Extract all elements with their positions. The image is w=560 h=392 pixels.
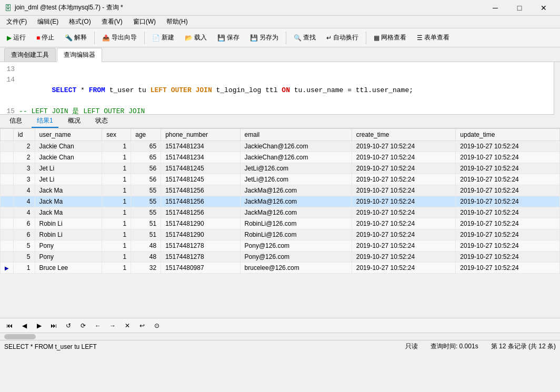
cell-sex: 1 xyxy=(102,196,131,207)
table-wrapper[interactable]: id user_name sex age phone_number email … xyxy=(0,128,560,318)
stop-button[interactable]: ■ 停止 xyxy=(32,31,59,44)
maximize-button[interactable]: □ xyxy=(507,0,532,16)
table-row[interactable]: 4Jack Ma15515174481256JackMa@126.com2019… xyxy=(1,207,560,218)
load-label: 载入 xyxy=(194,33,207,42)
menu-edit[interactable]: 编辑(E) xyxy=(33,16,63,27)
load-button[interactable]: 📂 载入 xyxy=(180,31,212,44)
cell-create_time: 2019-10-27 10:52:24 xyxy=(352,141,456,152)
line-content-15: -- LEFT JOIN 是 LEFT OUTER JOIN xyxy=(19,106,145,115)
cell-user_name: Jet Li xyxy=(35,174,102,185)
tab-result1[interactable]: 结果1 xyxy=(32,115,58,128)
sep3 xyxy=(286,32,286,44)
cell-sex: 1 xyxy=(102,185,131,196)
sql-editor[interactable]: 13 14 SELECT * FROM t_user tu LEFT OUTER… xyxy=(0,62,560,115)
cell-user_name: Jack Ma xyxy=(35,185,102,196)
row-indicator-cell xyxy=(1,207,14,218)
nav-prev-button[interactable]: ◀ xyxy=(19,320,29,331)
cell-create_time: 2019-10-27 10:52:24 xyxy=(352,252,456,263)
saveas-button[interactable]: 💾 另存为 xyxy=(245,31,283,44)
table-row[interactable]: 6Robin Li15115174481290RobinLi@126.com20… xyxy=(1,229,560,240)
nav-last-button[interactable]: ⏭ xyxy=(48,320,59,331)
nav-next-button[interactable]: ▶ xyxy=(34,320,44,331)
menu-format[interactable]: 格式(O) xyxy=(65,16,95,27)
tab-status[interactable]: 状态 xyxy=(90,115,113,128)
nav-dot-button[interactable]: ⊙ xyxy=(152,320,162,331)
col-user_name[interactable]: user_name xyxy=(35,129,102,141)
menu-help[interactable]: 帮助(H) xyxy=(162,16,192,27)
form-icon: ☰ xyxy=(417,34,423,42)
col-update_time[interactable]: update_time xyxy=(456,129,560,141)
editor-wrapper: 13 14 SELECT * FROM t_user tu LEFT OUTER… xyxy=(0,62,560,115)
tab-info[interactable]: 信息 xyxy=(4,115,27,128)
table-row[interactable]: 5Pony14815174481278Pony@126.com2019-10-2… xyxy=(1,252,560,263)
tab-query-editor[interactable]: 查询编辑器 xyxy=(57,48,102,62)
col-id[interactable]: id xyxy=(14,129,35,141)
table-row[interactable]: 2Jackie Chan16515174481234JackieChan@126… xyxy=(1,141,560,152)
grid-view-button[interactable]: ▦ 网格查看 xyxy=(369,31,411,44)
col-email[interactable]: email xyxy=(240,129,352,141)
cell-email: brucelee@126.com xyxy=(240,263,352,274)
hscroll-bar[interactable] xyxy=(0,333,560,340)
cell-update_time: 2019-10-27 10:52:24 xyxy=(456,196,560,207)
hscroll-thumb[interactable] xyxy=(4,334,36,339)
nav-refresh-button[interactable]: ↺ xyxy=(63,320,74,331)
table-row[interactable]: 3Jet Li15615174481245JetLi@126.com2019-1… xyxy=(1,174,560,185)
run-button[interactable]: ▶ 运行 xyxy=(2,31,31,44)
menu-window[interactable]: 窗口(W) xyxy=(129,16,160,27)
table-row[interactable]: 4Jack Ma15515174481256JackMa@126.com2019… xyxy=(1,185,560,196)
cell-age: 65 xyxy=(131,152,161,163)
form-label: 表单查看 xyxy=(424,33,449,42)
save-button[interactable]: 💾 保存 xyxy=(213,31,244,44)
table-row[interactable]: 3Jet Li15615174481245JetLi@126.com2019-1… xyxy=(1,163,560,174)
table-row[interactable]: ▶1Bruce Lee13215174480987brucelee@126.co… xyxy=(1,263,560,274)
grid-label: 网格查看 xyxy=(381,33,406,42)
close-button[interactable]: ✕ xyxy=(532,0,556,16)
minimize-button[interactable]: ─ xyxy=(483,0,507,16)
cell-phone_number: 15174481290 xyxy=(161,229,240,240)
cell-user_name: Pony xyxy=(35,252,102,263)
cell-user_name: Robin Li xyxy=(35,229,102,240)
table-row[interactable]: 2Jackie Chan16515174481234JackieChan@126… xyxy=(1,152,560,163)
nav-first-button[interactable]: ⏮ xyxy=(4,320,15,331)
cell-create_time: 2019-10-27 10:52:24 xyxy=(352,185,456,196)
nav-forward-button[interactable]: → xyxy=(107,320,118,331)
row-indicator-cell xyxy=(1,252,14,263)
export-label: 导出向导 xyxy=(112,33,137,42)
nav-cancel-button[interactable]: ✕ xyxy=(122,320,133,331)
cell-user_name: Pony xyxy=(35,240,102,252)
nav-back-button[interactable]: ← xyxy=(93,320,103,331)
col-sex[interactable]: sex xyxy=(102,129,131,141)
nav-reload-button[interactable]: ⟳ xyxy=(78,320,88,331)
cell-age: 48 xyxy=(131,252,161,263)
editor-vscroll[interactable] xyxy=(554,62,560,115)
cell-update_time: 2019-10-27 10:52:24 xyxy=(456,174,560,185)
result-tabs: 信息 结果1 概况 状态 xyxy=(0,115,560,128)
cell-user_name: Robin Li xyxy=(35,218,102,229)
tab-query-builder[interactable]: 查询创建工具 xyxy=(4,48,56,62)
col-create_time[interactable]: create_time xyxy=(352,129,456,141)
grid-icon: ▦ xyxy=(374,34,379,42)
explain-button[interactable]: 🔦 解释 xyxy=(60,31,92,44)
new-button[interactable]: 📄 新建 xyxy=(147,31,179,44)
cell-update_time: 2019-10-27 10:52:24 xyxy=(456,218,560,229)
cell-id: 1 xyxy=(14,263,35,274)
status-query-time: 查询时间: 0.001s xyxy=(431,342,478,351)
export-button[interactable]: 📤 导出向导 xyxy=(97,31,142,44)
window-title: join_dml @test (本地mysql5.7) - 查询 * xyxy=(15,3,123,12)
table-row[interactable]: 6Robin Li15115174481290RobinLi@126.com20… xyxy=(1,218,560,229)
cell-id: 4 xyxy=(14,185,35,196)
find-button[interactable]: 🔍 查找 xyxy=(289,31,321,44)
nav-undo-button[interactable]: ↩ xyxy=(137,320,147,331)
autowrap-button[interactable]: ↵ 自动换行 xyxy=(322,31,363,44)
form-view-button[interactable]: ☰ 表单查看 xyxy=(412,31,454,44)
table-row[interactable]: 4Jack Ma15515174481256JackMa@126.com2019… xyxy=(1,196,560,207)
status-bar: SELECT * FROM t_user tu LEFT 只读 查询时间: 0.… xyxy=(0,340,560,353)
cell-id: 2 xyxy=(14,141,35,152)
tab-overview[interactable]: 概况 xyxy=(63,115,86,128)
col-age[interactable]: age xyxy=(131,129,161,141)
menu-file[interactable]: 文件(F) xyxy=(2,16,31,27)
table-row[interactable]: 5Pony14815174481278Pony@126.com2019-10-2… xyxy=(1,240,560,252)
cell-phone_number: 15174481290 xyxy=(161,218,240,229)
col-phone_number[interactable]: phone_number xyxy=(161,129,240,141)
menu-view[interactable]: 查看(V) xyxy=(97,16,127,27)
